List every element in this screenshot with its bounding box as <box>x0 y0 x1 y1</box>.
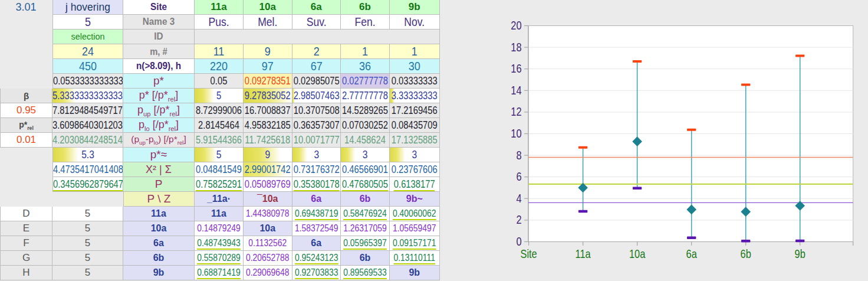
svg-text:10: 10 <box>511 126 521 140</box>
svg-text:18: 18 <box>511 40 521 54</box>
svg-text:9b: 9b <box>795 247 805 260</box>
svg-text:2: 2 <box>516 213 521 227</box>
svg-text:16: 16 <box>511 62 521 76</box>
svg-text:6a: 6a <box>686 247 698 260</box>
svg-text:6b: 6b <box>741 247 751 260</box>
svg-text:6: 6 <box>516 170 521 184</box>
svg-text:Site: Site <box>520 247 537 260</box>
svg-text:12: 12 <box>511 105 521 119</box>
svg-text:0: 0 <box>516 234 521 248</box>
svg-text:20: 20 <box>511 18 521 32</box>
svg-text:11a: 11a <box>576 247 591 260</box>
svg-text:14: 14 <box>511 83 521 97</box>
svg-text:4: 4 <box>516 191 521 205</box>
svg-text:10a: 10a <box>629 247 646 260</box>
svg-text:8: 8 <box>516 148 521 162</box>
